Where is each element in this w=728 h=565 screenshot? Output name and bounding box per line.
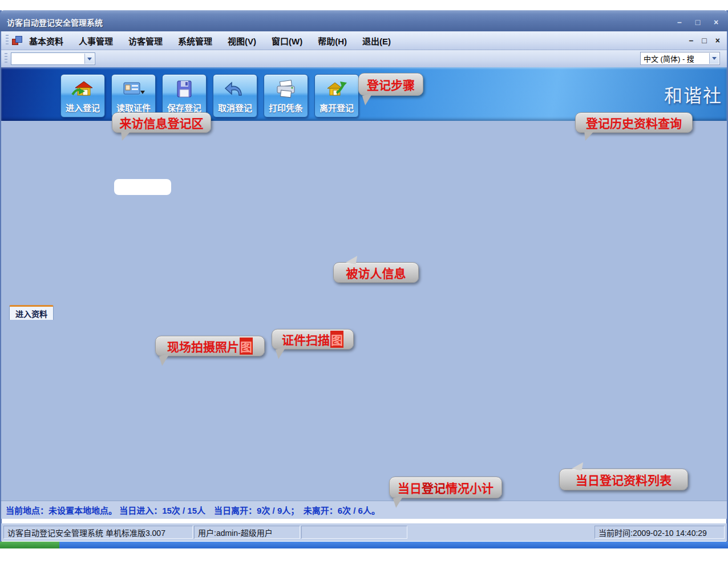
callout-daily-summary: 当日登记情况小计 [389, 477, 502, 498]
summary-line: 当前地点：未设置本地地点。 当日进入：15次 / 15人 当日离开：9次 / 9… [1, 501, 727, 519]
menu-item[interactable]: 系统管理 [178, 35, 212, 47]
minimize-icon[interactable]: – [673, 17, 686, 27]
print-slip-button[interactable]: 打印凭条 [264, 74, 308, 117]
privacy-blur [114, 179, 171, 195]
mdi-close-icon[interactable]: × [715, 36, 720, 45]
restore-icon[interactable]: □ [691, 17, 704, 27]
language-value: 中文 (简体) - 搜 [644, 53, 694, 64]
callout-history-query: 登记历史资料查询 [575, 112, 693, 133]
brand-text: 和谐社 [664, 81, 722, 107]
status-user: 用户:admin-超级用户 [194, 526, 300, 539]
menu-item[interactable]: 访客管理 [128, 35, 163, 47]
application-window: 访客自动登记安全管理系统 – □ × 基本资料人事管理访客管理系统管理视图(V)… [0, 0, 728, 565]
chevron-down-icon[interactable] [84, 54, 94, 64]
read-card-button[interactable]: 读取证件 [111, 74, 156, 117]
enter-register-button[interactable]: 进入登记 [60, 74, 105, 117]
form-icon [12, 36, 22, 45]
start-button-edge[interactable] [0, 542, 59, 548]
menu-item[interactable]: 退出(E) [362, 35, 391, 47]
leave-register-button[interactable]: 离开登记 [314, 74, 359, 117]
mdi-restore-icon[interactable]: □ [702, 36, 706, 45]
menu-item[interactable]: 视图(V) [228, 35, 256, 47]
save-register-button[interactable]: 保存登记 [162, 74, 207, 117]
statusbar: 访客自动登记安全管理系统 单机标准版3.007 用户:admin-超级用户 当前… [1, 523, 727, 541]
status-empty-segment [301, 526, 407, 539]
menu-item[interactable]: 基本资料 [29, 35, 63, 47]
callout-steps: 登记步骤 [358, 73, 423, 96]
menubar: 基本资料人事管理访客管理系统管理视图(V)窗口(W)帮助(H)退出(E) – □… [1, 31, 727, 50]
callout-id-scan: 证件扫描图 [272, 329, 354, 349]
menu: 基本资料人事管理访客管理系统管理视图(V)窗口(W)帮助(H)退出(E) [29, 35, 391, 47]
language-selector[interactable]: 中文 (简体) - 搜 [640, 52, 720, 65]
menu-item[interactable]: 窗口(W) [272, 35, 302, 47]
callout-visited-info: 被访人信息 [333, 262, 419, 283]
callout-visitor-area: 来访信息登记区 [112, 112, 211, 133]
tab-enter-data[interactable]: 进入资料 [9, 305, 54, 320]
menu-item[interactable]: 人事管理 [79, 35, 113, 47]
printer-icon [274, 79, 297, 99]
status-current-time: 当前时间:2009-02-10 14:40:29 [594, 526, 725, 539]
mdi-minimize-icon[interactable]: – [689, 36, 694, 45]
tool-row: 中文 (简体) - 搜 [1, 50, 727, 67]
callout-live-photo: 现场拍摄照片图 [155, 336, 265, 356]
menu-item[interactable]: 帮助(H) [318, 35, 347, 47]
status-app-version: 访客自动登记安全管理系统 单机标准版3.007 [3, 526, 193, 539]
summary-text: 当前地点：未设置本地地点。 当日进入：15次 / 15人 当日离开：9次 / 9… [6, 504, 380, 516]
save-disk-icon [173, 79, 196, 99]
cancel-register-button[interactable]: 取消登记 [213, 74, 257, 117]
chevron-down-icon[interactable] [709, 53, 719, 64]
titlebar: 访客自动登记安全管理系统 – □ × [0, 10, 728, 31]
enter-house-icon [71, 79, 94, 99]
toolbar-grip [6, 35, 9, 46]
content-area [1, 121, 727, 501]
quick-combo[interactable] [11, 52, 95, 65]
leave-house-icon [325, 79, 348, 99]
toolbar-grip [5, 53, 7, 64]
undo-arrow-icon [224, 79, 246, 99]
taskbar-edge [0, 542, 728, 548]
window-title: 访客自动登记安全管理系统 [7, 17, 103, 28]
read-card-icon [122, 79, 145, 99]
callout-daily-list: 当日登记资料列表 [559, 469, 688, 490]
close-icon[interactable]: × [710, 17, 722, 27]
